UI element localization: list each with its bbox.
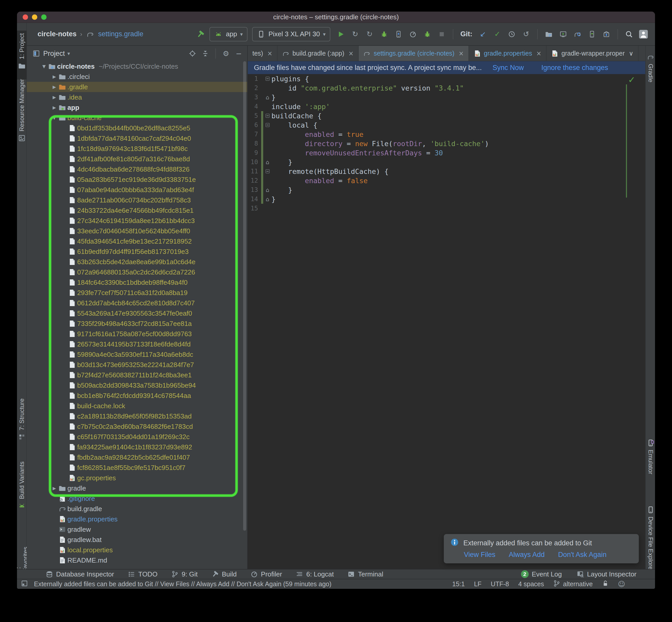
- tree-item[interactable]: 0612dd7ab4cb84c65cd2e810d8d7c407: [27, 298, 248, 308]
- code-line[interactable]: 7 enabled = true: [248, 130, 645, 139]
- build-project-button[interactable]: [196, 30, 205, 39]
- fold-open-icon[interactable]: [264, 111, 271, 120]
- code-line[interactable]: 4include ':app': [248, 102, 645, 111]
- tree-item[interactable]: 24b33722da4e6e74566bb49fcdc815e1: [27, 205, 248, 215]
- close-tab-icon[interactable]: ×: [459, 50, 464, 57]
- tree-item[interactable]: fa934225ae91404c1b1f83237d93e892: [27, 442, 248, 452]
- tree-item[interactable]: ▶app: [27, 102, 248, 113]
- collapse-all-button[interactable]: [201, 50, 209, 57]
- code-line[interactable]: 2 id "com.gradle.enterprise" version "3.…: [248, 83, 645, 93]
- encoding-indicator[interactable]: UTF-8: [491, 580, 509, 588]
- code-line[interactable]: 8 directory = new File(rootDir, 'build-c…: [248, 139, 645, 148]
- tree-item[interactable]: build-cache.lock: [27, 401, 248, 411]
- code-line[interactable]: 15: [248, 204, 645, 213]
- inspections-ok-icon[interactable]: ✓: [628, 75, 635, 85]
- stop-button[interactable]: [437, 30, 446, 39]
- ignore-these-changes-link[interactable]: Ignore these changes: [541, 64, 608, 71]
- tree-item[interactable]: gradlew.bat: [27, 534, 248, 545]
- code-editor[interactable]: 1plugins {2 id "com.gradle.enterprise" v…: [248, 74, 645, 213]
- project-tree-scrollbar[interactable]: [243, 61, 246, 531]
- tree-item[interactable]: 0bd1df353bd44fb00be26df8ac8255e5: [27, 123, 248, 133]
- tree-expand-arrow-right-icon[interactable]: ▶: [50, 486, 59, 491]
- gradle-sync-button[interactable]: [573, 30, 582, 39]
- breadcrumb-file[interactable]: settings.gradle: [98, 30, 143, 38]
- tree-item[interactable]: README.md: [27, 555, 248, 565]
- tree-item[interactable]: gc.properties: [27, 473, 248, 483]
- git-branch-widget[interactable]: alternative: [553, 580, 593, 589]
- fold-open-icon[interactable]: [264, 120, 271, 130]
- tree-item[interactable]: ▶.gradle: [27, 82, 248, 92]
- tool-window-button-profiler[interactable]: Profiler: [250, 570, 282, 578]
- run-configuration-select[interactable]: app ▾: [209, 27, 247, 41]
- view-files-link[interactable]: View Files: [464, 551, 496, 559]
- close-tab-icon[interactable]: ×: [267, 50, 272, 57]
- tool-window-button-event-log[interactable]: 2Event Log: [521, 570, 562, 578]
- close-tab-icon[interactable]: ×: [348, 50, 354, 57]
- caret-position[interactable]: 15:1: [452, 580, 465, 588]
- hector-highlighting-icon[interactable]: ☺: [618, 580, 625, 588]
- code-line[interactable]: 6 local {: [248, 120, 645, 130]
- close-tab-icon[interactable]: ×: [536, 50, 541, 57]
- tree-item[interactable]: c2a189113b28d9e65f05f982b15353ad: [27, 411, 248, 421]
- tree-item[interactable]: 05aa283b6571ec919de36d9d3383751e: [27, 174, 248, 185]
- editor-tab[interactable]: tes)×: [248, 46, 278, 61]
- run-button[interactable]: [337, 30, 345, 39]
- status-message[interactable]: Externally added files can be added to G…: [34, 580, 331, 588]
- tree-item[interactable]: 26573e3144195b37133f18e6fde8d4fd: [27, 339, 248, 349]
- read-only-toggle-icon[interactable]: [602, 580, 609, 588]
- tree-item[interactable]: 27c3424c6194159da8ee12b61bb4dcc3: [27, 215, 248, 226]
- tool-window-button-build-variants[interactable]: Build Variants: [17, 459, 27, 544]
- tree-item[interactable]: 63b263cb5de42dae8ea6e99b1a0c6d4e: [27, 257, 248, 267]
- tree-item[interactable]: ▼circle-notes~/Projects/CCI/circle-notes: [27, 61, 248, 71]
- tree-expand-arrow-down-icon[interactable]: ▼: [50, 115, 59, 120]
- tree-item[interactable]: ▼build-cache: [27, 113, 248, 123]
- chevron-down-icon[interactable]: ▾: [67, 50, 70, 57]
- tree-item[interactable]: 33eedc7d0460458f10e5624bb05e4ff0: [27, 226, 248, 236]
- tree-item[interactable]: ▶gradle: [27, 483, 248, 493]
- tree-item[interactable]: 61b9edfd97dd4ff91f56eb81737019e3: [27, 246, 248, 257]
- tree-item[interactable]: b03d13c473e6953253e22241a284f7e7: [27, 359, 248, 370]
- tree-item[interactable]: fcf862851ae8f55bc9fe517bc951c0f7: [27, 462, 248, 473]
- code-line[interactable]: 1plugins {: [248, 74, 645, 83]
- tree-item[interactable]: c65f167f703135d04dd01a19f269c32c: [27, 431, 248, 442]
- code-line[interactable]: 9 removeUnusedEntriesAfterDays = 30: [248, 148, 645, 158]
- tree-item[interactable]: 072a9646880135a0c2dc26d6cd2a7226: [27, 267, 248, 277]
- tree-expand-arrow-right-icon[interactable]: ▶: [50, 105, 59, 110]
- sync-now-link[interactable]: Sync Now: [493, 64, 524, 71]
- project-structure-button[interactable]: [544, 30, 553, 39]
- tree-item[interactable]: gradlew: [27, 524, 248, 534]
- apply-code-changes-button[interactable]: [423, 30, 432, 39]
- profiler-button[interactable]: [408, 30, 417, 39]
- editor-tab[interactable]: gradle.properties×: [469, 46, 547, 61]
- apply-changes-button[interactable]: ↻: [365, 30, 374, 39]
- line-ending-indicator[interactable]: LF: [474, 580, 481, 588]
- device-manager-button[interactable]: [587, 30, 596, 39]
- fold-end-icon[interactable]: ⌂: [264, 195, 271, 204]
- git-update-button[interactable]: ↙: [478, 30, 487, 39]
- tree-item[interactable]: 1fc18d9a976943c183f6d1f5471bf98c: [27, 143, 248, 154]
- tree-expand-arrow-right-icon[interactable]: ▶: [50, 74, 59, 79]
- tool-window-button-database-inspector[interactable]: Database Inspector: [46, 570, 114, 578]
- tree-item[interactable]: bcb1e8b764f2cfdcdd93914c678544aa: [27, 390, 248, 401]
- profile-restart-button[interactable]: ↻: [351, 30, 360, 39]
- code-line[interactable]: 5buildCache {: [248, 111, 645, 120]
- tree-item[interactable]: 293fe77cef7f50711c6a31f2d0a8ba19: [27, 287, 248, 298]
- tool-window-button-9-git[interactable]: 9: Git: [171, 570, 198, 578]
- don-t-ask-again-link[interactable]: Don't Ask Again: [558, 551, 606, 559]
- tree-item[interactable]: 8ade2711ab006c0734bc202bffd758c3: [27, 195, 248, 205]
- fold-end-icon[interactable]: ⌂: [264, 158, 271, 167]
- code-line[interactable]: 14⌂}: [248, 195, 645, 204]
- git-history-button[interactable]: [507, 30, 516, 39]
- tree-item[interactable]: 9171cf616a1758a087e5cf00d8dd9763: [27, 329, 248, 339]
- tool-window-button-build[interactable]: Build: [211, 570, 237, 578]
- panel-settings-button[interactable]: ⚙: [222, 50, 230, 57]
- indent-indicator[interactable]: 4 spaces: [518, 580, 544, 588]
- tree-item[interactable]: 59890a4e0c3a5930ef117a340a6eb8dc: [27, 349, 248, 359]
- tree-item[interactable]: 1dbfda77da4784160cac7caf294c04e0: [27, 133, 248, 143]
- code-line[interactable]: 11 remote(HttpBuildCache) {: [248, 167, 645, 176]
- tree-item[interactable]: 4dc46dbacba6de278688fc94fd88f326: [27, 164, 248, 174]
- tree-item[interactable]: b509acb2dd3098433a7583b1b965be94: [27, 380, 248, 390]
- search-everywhere-button[interactable]: [625, 30, 633, 39]
- tool-window-button-resource-manager[interactable]: Resource Manager: [17, 76, 27, 172]
- target-device-select[interactable]: Pixel 3 XL API 30 ▾: [252, 27, 330, 41]
